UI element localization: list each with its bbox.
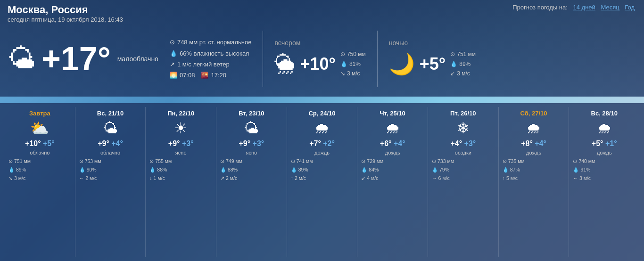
current-weather: 🌤 +17° малооблачно [8,42,158,75]
day-label-3: Вт, 23/10 [239,110,264,117]
link-14days[interactable]: 14 дней [573,4,595,11]
forecast-day-7[interactable]: Сб, 27/10 🌧 +8° +4° дождь ⊙ 735 мм 💧 87%… [499,107,570,257]
humidity-val-4: 89% [298,166,308,174]
day-humidity-6: 💧 79% [432,166,495,174]
day-humidity-7: 💧 87% [503,166,565,174]
wind-value: 1 м/с легкий ветер [177,59,230,70]
forecast-day-3[interactable]: Вт, 23/10 🌤 +9° +3° ясно ⊙ 749 мм 💧 88% … [216,107,287,257]
forecast-day-1[interactable]: Вс, 21/10 🌤 +9° +4° облачно ⊙ 753 мм 💧 9… [75,107,146,257]
humidity-icon-1: 💧 [79,166,85,174]
humidity-detail: 💧 66% влажность высокая [170,48,252,59]
day-icon-3: 🌤 [244,121,259,136]
day-pressure-8: ⊙ 740 мм [573,157,636,166]
pressure-val-0: 751 мм [14,157,31,166]
day-wind-7: ↑ 5 м/с [503,174,565,183]
day-wind-1: ← 2 м/с [79,174,142,183]
night-humidity-icon: 💧 [450,59,457,69]
humidity-val-5: 84% [369,166,379,174]
forecast-label: Прогноз погоды на: [512,4,568,11]
day-condition-0: облачно [30,150,50,155]
humidity-icon-5: 💧 [361,166,367,174]
day-wind-4: ↑ 2 м/с [291,174,354,183]
weather-main: 🌤 +17° малооблачно ⊙ 748 мм рт. ст. норм… [8,25,636,93]
pressure-val-5: 729 мм [367,157,383,166]
day-humidity-4: 💧 89% [291,166,354,174]
pressure-icon-3: ⊙ [220,157,224,166]
current-details: ⊙ 748 мм рт. ст. нормальное 💧 66% влажно… [170,37,252,81]
humidity-val-8: 91% [580,166,590,174]
day-label-6: Пт, 26/10 [450,110,476,117]
day-pressure-5: ⊙ 729 мм [361,157,424,166]
day-condition-2: ясно [175,150,187,155]
pressure-val-6: 733 мм [438,157,454,166]
evening-temp: +10° [300,54,335,74]
divider-night [377,31,378,87]
forecast-day-5[interactable]: Чт, 25/10 🌧 +6° +4° дождь ⊙ 729 мм 💧 84%… [357,107,428,257]
evening-section: вечером 🌦 +10° ⊙ 750 мм 💧 81% [274,39,365,78]
day-label-7: Сб, 27/10 [520,110,547,117]
wind-dir-icon-4: ↑ [291,174,293,183]
forecast-day-0[interactable]: Завтра ⛅ +10° +5° облачно ⊙ 751 мм 💧 89%… [5,107,75,257]
day-condition-8: дождь [597,150,612,155]
day-humidity-2: 💧 88% [149,166,212,174]
sunset-icon: 🌇 [201,70,208,81]
pressure-val-3: 749 мм [226,157,242,166]
day-wind-3: ↗ 2 м/с [220,174,283,183]
day-label-1: Вс, 21/10 [97,110,124,117]
day-humidity-8: 💧 91% [573,166,636,174]
day-temps-2: +9° +3° [168,139,194,148]
wind-dir-icon-3: ↗ [220,174,224,183]
pressure-icon-2: ⊙ [149,157,154,166]
night-icon: 🌙 [389,52,415,76]
day-icon-1: 🌤 [103,121,118,136]
forecast-day-2[interactable]: Пн, 22/10 ☀ +9° +3° ясно ⊙ 755 мм 💧 88% … [146,107,216,257]
day-label-4: Ср, 24/10 [308,110,335,117]
pressure-icon: ⊙ [170,37,175,48]
day-hi-3: +9° [239,139,250,147]
wind-val-8: 3 м/с [579,174,591,183]
wind-dir-icon-5: ↙ [361,174,365,183]
day-pressure-7: ⊙ 735 мм [503,157,565,166]
day-hi-0: +10° [25,139,41,147]
wind-val-5: 4 м/с [367,174,378,183]
day-temps-8: +5° +1° [592,139,617,148]
day-pressure-6: ⊙ 733 мм [432,157,495,166]
link-month[interactable]: Месяц [601,4,619,11]
day-condition-6: осадки [455,150,471,155]
forecast-day-8[interactable]: Вс, 28/10 🌧 +5° +1° дождь ⊙ 740 мм 💧 91%… [569,107,639,257]
sunrise-icon: 🌅 [170,70,177,81]
humidity-icon-3: 💧 [220,166,226,174]
day-hi-5: +6° [380,139,392,147]
day-condition-1: облачно [100,150,120,155]
day-hi-2: +9° [168,139,180,147]
evening-wind-icon: ↘ [340,69,345,78]
day-wind-2: ↓ 1 м/с [149,174,212,183]
wind-val-0: 3 м/с [14,174,25,183]
day-icon-0: ⛅ [30,121,49,136]
day-stats-2: ⊙ 755 мм 💧 88% ↓ 1 м/с [149,157,212,183]
forecast-day-4[interactable]: Ср, 24/10 🌧 +7° +2° дождь ⊙ 741 мм 💧 89%… [287,107,358,257]
day-pressure-4: ⊙ 741 мм [291,157,354,166]
current-description: малооблачно [117,55,158,63]
day-temps-6: +4° +3° [451,139,476,148]
humidity-val-7: 87% [510,166,520,174]
day-icon-6: ❄ [457,121,470,136]
forecast-day-6[interactable]: Пт, 26/10 ❄ +4° +3° осадки ⊙ 733 мм 💧 79… [428,107,499,257]
link-year[interactable]: Год [625,4,635,11]
day-temps-0: +10° +5° [25,139,55,148]
evening-pressure-val: 750 мм [347,49,366,59]
night-section: ночью 🌙 +5° ⊙ 751 мм 💧 89% [389,39,476,78]
day-humidity-0: 💧 89% [8,166,71,174]
humidity-icon-8: 💧 [573,166,579,174]
wind-dir-icon-1: ← [79,174,84,183]
night-pressure-icon: ⊙ [450,49,455,59]
day-hi-4: +7° [309,139,321,147]
day-stats-3: ⊙ 749 мм 💧 88% ↗ 2 м/с [220,157,283,183]
day-pressure-2: ⊙ 755 мм [149,157,212,166]
evening-humidity: 💧 81% [340,59,366,69]
evening-wind: ↘ 3 м/с [340,69,366,78]
pressure-icon-7: ⊙ [503,157,507,166]
day-wind-5: ↙ 4 м/с [361,174,424,183]
day-stats-8: ⊙ 740 мм 💧 91% ← 3 м/с [573,157,636,183]
day-temps-4: +7° +2° [309,139,335,148]
